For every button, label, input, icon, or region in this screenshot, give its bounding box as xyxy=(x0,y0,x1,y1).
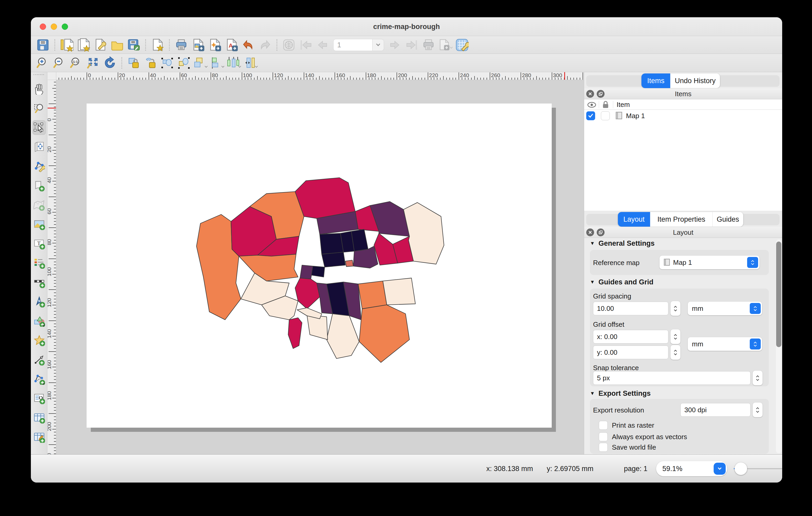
snap-tolerance-stepper[interactable] xyxy=(753,371,762,385)
guides-grid-heading[interactable]: ▼Guides and Grid xyxy=(590,278,654,286)
always-export-vectors-row[interactable]: Always export as vectors xyxy=(599,432,687,441)
add-shape-button[interactable] xyxy=(32,314,46,328)
zoom-slider-handle[interactable] xyxy=(734,462,747,475)
save-world-file-checkbox[interactable] xyxy=(599,443,608,452)
collapse-triangle-icon: ▼ xyxy=(590,241,595,246)
tab-item-properties[interactable]: Item Properties xyxy=(650,212,712,226)
add-picture-button[interactable] xyxy=(32,217,46,232)
atlas-previous-button[interactable] xyxy=(315,37,330,53)
unlock-items-button[interactable] xyxy=(143,55,158,70)
zoom-full-button[interactable] xyxy=(86,55,101,70)
item-lock-checkbox[interactable] xyxy=(601,111,610,120)
add-fixed-table-button[interactable] xyxy=(32,430,46,444)
add-html-button[interactable] xyxy=(32,391,46,406)
layout-page[interactable] xyxy=(87,103,552,428)
tab-undo-history[interactable]: Undo History xyxy=(670,73,720,88)
grid-offset-y-field[interactable]: y: 0.00 xyxy=(593,345,668,359)
zoom-dropdown-button[interactable] xyxy=(714,463,726,475)
add-legend-button[interactable] xyxy=(32,256,46,270)
atlas-settings-button[interactable] xyxy=(455,37,470,53)
export-pdf-button[interactable]: A xyxy=(224,37,239,53)
add-pages-button[interactable] xyxy=(150,37,165,53)
grid-spacing-field[interactable]: 10.00 xyxy=(593,302,668,315)
tab-layout[interactable]: Layout xyxy=(618,212,650,226)
atlas-first-button[interactable] xyxy=(298,37,313,53)
zoom-actual-button[interactable]: 1:1 xyxy=(69,55,84,70)
add-north-arrow-button[interactable]: N xyxy=(32,294,46,309)
print-atlas-button[interactable] xyxy=(421,37,436,53)
grid-offset-x-field[interactable]: x: 0.00 xyxy=(593,330,668,343)
lock-items-button[interactable] xyxy=(126,55,141,70)
atlas-page-combo[interactable]: 1 xyxy=(333,39,384,51)
print-as-raster-checkbox[interactable] xyxy=(599,421,608,430)
grid-offset-unit-select[interactable]: mm xyxy=(688,337,762,351)
duplicate-layout-button[interactable] xyxy=(76,37,91,53)
save-as-template-button[interactable] xyxy=(126,37,141,53)
print-as-raster-row[interactable]: Print as raster xyxy=(599,421,654,430)
add-arrow-button[interactable] xyxy=(32,352,46,367)
align-items-button[interactable] xyxy=(210,55,225,70)
print-button[interactable] xyxy=(174,37,189,53)
add-scalebar-button[interactable] xyxy=(32,275,46,290)
atlas-last-button[interactable] xyxy=(404,37,419,53)
tab-guides[interactable]: Guides xyxy=(712,212,743,226)
add-page-button[interactable] xyxy=(32,178,46,193)
map-region-city-of-london xyxy=(345,260,353,267)
add-map-button[interactable] xyxy=(32,198,46,212)
export-svg-button[interactable] xyxy=(207,37,222,53)
ungroup-items-button[interactable] xyxy=(176,55,192,70)
refresh-button[interactable] xyxy=(102,55,117,70)
reference-map-select[interactable]: Map 1 xyxy=(660,256,759,269)
add-marker-button[interactable] xyxy=(32,333,46,348)
select-stepper-button[interactable] xyxy=(750,303,761,314)
raise-items-button[interactable] xyxy=(193,55,208,70)
new-layout-button[interactable] xyxy=(59,37,74,53)
item-row-map1[interactable]: Map 1 xyxy=(584,110,782,122)
zoom-tool-button[interactable] xyxy=(32,101,46,116)
panel-scrollbar-thumb[interactable] xyxy=(776,242,781,347)
undo-button[interactable] xyxy=(241,37,256,53)
general-settings-heading[interactable]: ▼General Settings xyxy=(590,239,655,247)
grid-offset-x-stepper[interactable] xyxy=(670,329,680,344)
select-stepper-button[interactable] xyxy=(750,338,761,350)
redo-button[interactable] xyxy=(257,37,272,53)
item-visibility-checkbox[interactable] xyxy=(586,111,595,120)
select-move-item-tool-button[interactable] xyxy=(32,120,46,135)
zoom-level-combo[interactable]: 59.1% xyxy=(656,461,727,476)
export-atlas-button[interactable] xyxy=(438,37,453,53)
move-item-content-tool-button[interactable] xyxy=(32,140,46,154)
snap-tolerance-field[interactable]: 5 px xyxy=(593,371,751,385)
grid-offset-y-stepper[interactable] xyxy=(670,345,680,360)
atlas-page-dropdown-button[interactable] xyxy=(373,39,384,51)
save-project-button[interactable] xyxy=(35,37,51,53)
panel-scrollbar[interactable] xyxy=(776,239,782,453)
export-resolution-stepper[interactable] xyxy=(753,402,762,417)
resize-items-button[interactable] xyxy=(243,55,258,70)
atlas-preview-button[interactable] xyxy=(281,37,296,53)
select-stepper-button[interactable] xyxy=(747,257,758,268)
save-world-file-row[interactable]: Save world file xyxy=(599,443,656,452)
add-label-button[interactable]: T xyxy=(32,236,46,251)
distribute-items-button[interactable] xyxy=(227,55,242,70)
cursor-y-readout: y: 2.69705 mm xyxy=(547,455,593,483)
export-image-button[interactable] xyxy=(191,37,206,53)
zoom-in-button[interactable] xyxy=(35,55,51,70)
group-items-button[interactable] xyxy=(160,55,175,70)
layout-manager-button[interactable] xyxy=(93,37,108,53)
grid-spacing-unit-select[interactable]: mm xyxy=(688,302,762,315)
atlas-page-field[interactable]: 1 xyxy=(333,39,373,51)
export-settings-heading[interactable]: ▼Export Settings xyxy=(590,390,650,398)
always-export-vectors-checkbox[interactable] xyxy=(599,432,608,441)
grid-spacing-stepper[interactable] xyxy=(670,301,680,316)
export-resolution-field[interactable]: 300 dpi xyxy=(680,403,751,417)
atlas-next-button[interactable] xyxy=(387,37,403,53)
edit-nodes-tool-button[interactable] xyxy=(32,159,46,174)
pan-tool-button[interactable] xyxy=(32,82,46,96)
map-item[interactable] xyxy=(193,172,449,370)
layout-canvas[interactable] xyxy=(56,80,584,454)
add-attribute-table-button[interactable] xyxy=(32,411,46,425)
zoom-out-button[interactable] xyxy=(52,55,67,70)
tab-items[interactable]: Items xyxy=(641,73,670,88)
add-items-from-template-button[interactable] xyxy=(109,37,124,53)
add-node-item-button[interactable] xyxy=(32,372,46,386)
